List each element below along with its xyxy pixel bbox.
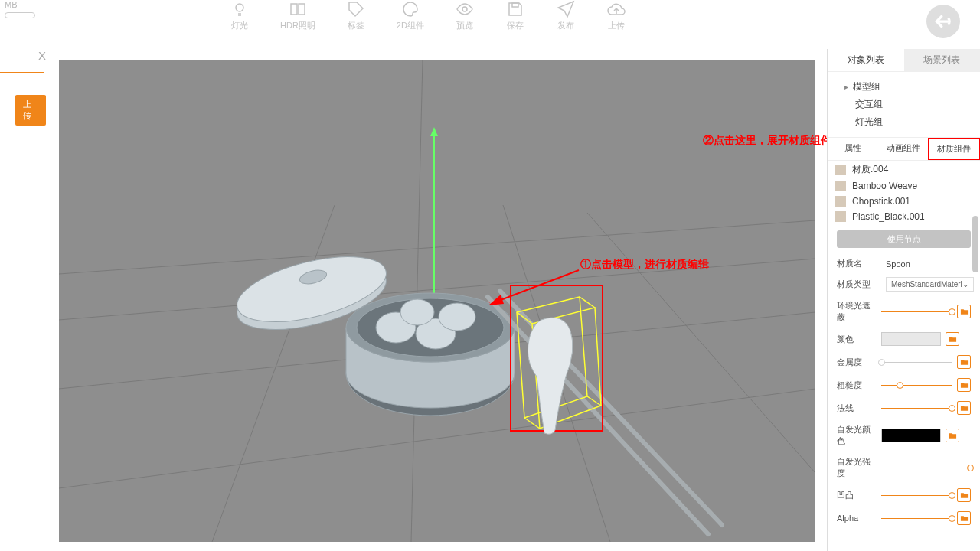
mat-name-value: Spoon	[886, 259, 910, 269]
mat-item[interactable]: Plastic_Black.001	[828, 209, 980, 224]
scrollbar[interactable]	[972, 216, 978, 272]
mat-swatch-icon	[835, 196, 846, 207]
material-list: 材质.004 Bamboo Weave Chopstick.001 Plasti…	[828, 161, 980, 224]
mat-item[interactable]: Chopstick.001	[828, 194, 980, 209]
mat-item[interactable]: Bamboo Weave	[828, 178, 980, 194]
emissive-color-picker[interactable]	[881, 429, 941, 442]
slider-emit-int[interactable]	[881, 468, 971, 468]
svg-point-27	[400, 299, 434, 325]
mat-item[interactable]: 材质.004	[828, 161, 980, 178]
ptab-attrs[interactable]: 属性	[828, 138, 878, 160]
chevron-down-icon: ⌄	[962, 280, 969, 289]
hier-model-group[interactable]: 模型组	[843, 78, 974, 96]
mat-swatch-icon	[835, 181, 846, 191]
svg-line-40	[495, 270, 579, 302]
folder-icon[interactable]	[946, 332, 959, 346]
mat-name-label: 材质名	[837, 258, 880, 269]
usage-meter	[5, 12, 35, 18]
mat-type-label: 材质类型	[837, 279, 880, 290]
tab-objects[interactable]: 对象列表	[828, 49, 904, 71]
slider-alpha[interactable]	[881, 518, 952, 519]
use-node-button[interactable]: 使用节点	[837, 230, 971, 248]
tool-save[interactable]: 保存	[505, 0, 525, 42]
mat-type-select[interactable]: MeshStandardMateri⌄	[886, 277, 974, 292]
tool-hdr[interactable]: HDR照明	[280, 0, 315, 42]
back-button[interactable]	[926, 5, 960, 38]
tool-2d[interactable]: 2D组件	[397, 0, 424, 42]
annotation-1: ①点击模型，进行材质编辑	[580, 258, 709, 272]
folder-icon[interactable]	[957, 378, 971, 392]
svg-line-32	[500, 291, 722, 525]
svg-point-3	[462, 7, 467, 11]
hierarchy-list: 模型组 交互组 灯光组	[828, 72, 980, 137]
tool-preview[interactable]: 预览	[455, 0, 475, 42]
active-tab-indicator	[0, 72, 44, 73]
inspector-panel: 对象列表 场景列表 模型组 交互组 灯光组 属性 动画组件 材质组件 材质.00…	[827, 49, 980, 551]
svg-point-0	[236, 4, 243, 11]
slider-bump[interactable]	[881, 495, 952, 496]
annotation-1-arrow	[482, 269, 582, 310]
svg-line-37	[580, 297, 595, 308]
slider-ao[interactable]	[881, 311, 952, 312]
svg-rect-4	[512, 3, 518, 7]
folder-icon[interactable]	[946, 429, 959, 442]
svg-line-31	[488, 297, 708, 534]
svg-marker-41	[488, 295, 504, 305]
tool-label[interactable]: 标签	[346, 0, 366, 42]
slider-metal[interactable]	[881, 362, 952, 363]
upload-button[interactable]: 上传	[15, 95, 46, 126]
annotation-2: ②点击这里，展开材质组件	[703, 134, 831, 148]
mat-swatch-icon	[835, 211, 846, 222]
slider-normal[interactable]	[881, 408, 952, 409]
svg-line-12	[587, 213, 815, 473]
svg-line-10	[212, 205, 335, 542]
svg-marker-14	[430, 127, 438, 136]
tool-upload[interactable]: 上传	[606, 0, 626, 42]
folder-icon[interactable]	[957, 488, 971, 502]
svg-rect-1	[291, 4, 297, 15]
mb-label: MB	[5, 0, 18, 9]
viewport-3d[interactable]	[59, 60, 815, 542]
folder-icon[interactable]	[957, 511, 971, 525]
ptab-materials[interactable]: 材质组件	[928, 138, 980, 160]
svg-point-26	[439, 303, 475, 331]
folder-icon[interactable]	[957, 401, 971, 415]
tab-scenes[interactable]: 场景列表	[904, 49, 981, 71]
hier-interaction-group[interactable]: 交互组	[843, 96, 974, 113]
mat-swatch-icon	[835, 165, 846, 175]
close-icon[interactable]: X	[38, 49, 46, 62]
svg-rect-2	[299, 4, 305, 15]
hier-light-group[interactable]: 灯光组	[843, 113, 974, 131]
ptab-anim[interactable]: 动画组件	[878, 138, 929, 160]
color-picker[interactable]	[881, 332, 941, 346]
tool-publish[interactable]: 发布	[556, 0, 576, 42]
folder-icon[interactable]	[957, 355, 971, 369]
folder-icon[interactable]	[957, 305, 971, 318]
slider-rough[interactable]	[881, 385, 952, 386]
tool-light[interactable]: 灯光	[230, 0, 250, 42]
